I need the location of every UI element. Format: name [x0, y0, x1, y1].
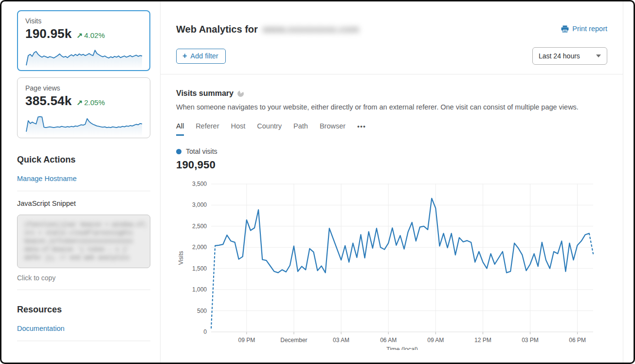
time-range-value: Last 24 hours	[539, 52, 580, 60]
svg-text:3,000: 3,000	[192, 201, 207, 208]
tab-path[interactable]: Path	[293, 122, 308, 136]
visits-line-chart: 05001,0001,5002,0002,5003,0003,50009 PMD…	[176, 179, 607, 352]
chart-legend: Total visits	[176, 147, 607, 155]
metric-card-visits[interactable]: Visits190.95k↗4.02%	[17, 10, 150, 71]
sparkline-chart	[25, 43, 143, 70]
main-panel: Web Analytics for www.xxxxxxxxx.com Prin…	[160, 1, 623, 364]
manage-hostname-link[interactable]: Manage Hostname	[17, 175, 77, 182]
tab-more-options[interactable]: •••	[357, 123, 366, 136]
page-title-text: Web Analytics for	[176, 24, 258, 35]
print-report-label: Print report	[572, 25, 607, 33]
sparkline-chart	[25, 110, 143, 137]
add-filter-button[interactable]: + Add filter	[176, 49, 226, 64]
metric-delta: ↗2.05%	[76, 98, 105, 107]
trend-up-icon: ↗	[76, 31, 83, 39]
svg-text:Visits: Visits	[178, 251, 184, 265]
divider	[17, 191, 150, 191]
time-range-select[interactable]: Last 24 hours	[532, 47, 607, 65]
metric-card-list: Visits190.95k↗4.02%Page views385.54k↗2.0…	[17, 10, 150, 138]
svg-text:Time (local): Time (local)	[386, 346, 418, 350]
metric-value: 385.54k	[25, 93, 72, 109]
tab-all[interactable]: All	[176, 122, 184, 136]
sidebar: Visits190.95k↗4.02%Page views385.54k↗2.0…	[17, 10, 150, 341]
svg-text:1,500: 1,500	[192, 265, 207, 272]
visits-summary-description: When someone navigates to your website, …	[176, 103, 607, 111]
redacted-code-line: src = static.cloudflareinsights	[24, 229, 143, 237]
svg-text:03 PM: 03 PM	[522, 337, 539, 344]
pie-chart-icon	[237, 91, 244, 97]
redacted-code-line: defer }); // end web analytics	[24, 254, 143, 262]
metric-value: 190.95k	[25, 26, 72, 41]
printer-icon	[561, 25, 569, 33]
line-chart-svg: 05001,0001,5002,0002,5003,0003,50009 PMD…	[176, 179, 607, 350]
javascript-snippet-box[interactable]: (function(){var beacon = window.cf; src …	[17, 215, 150, 268]
svg-text:09 PM: 09 PM	[238, 337, 255, 344]
metric-label: Page views	[25, 84, 142, 92]
quick-actions-heading: Quick Actions	[17, 155, 150, 165]
legend-dot-icon	[176, 149, 181, 154]
trend-up-icon: ↗	[76, 98, 83, 107]
click-to-copy-hint: Click to copy	[17, 274, 150, 282]
svg-text:12 PM: 12 PM	[474, 337, 491, 344]
javascript-snippet-label: JavaScript Snippet	[17, 200, 150, 207]
svg-text:0: 0	[203, 328, 207, 335]
legend-label: Total visits	[186, 147, 218, 155]
resources-heading: Resources	[17, 305, 150, 315]
summary-tabs: AllRefererHostCountryPathBrowser•••	[176, 122, 607, 136]
svg-text:06 PM: 06 PM	[569, 337, 586, 344]
tab-browser[interactable]: Browser	[320, 122, 345, 136]
svg-text:500: 500	[197, 308, 207, 314]
svg-text:December: December	[280, 337, 307, 344]
documentation-link[interactable]: Documentation	[17, 325, 65, 332]
svg-text:09 AM: 09 AM	[427, 337, 444, 344]
metric-card-page-views[interactable]: Page views385.54k↗2.05%	[17, 77, 150, 138]
divider	[17, 290, 150, 290]
tab-host[interactable]: Host	[231, 122, 245, 136]
redacted-code-line: data-cf-beacon '{ token : x }'	[24, 246, 143, 254]
svg-text:2,500: 2,500	[192, 223, 207, 230]
svg-text:1,000: 1,000	[192, 286, 207, 293]
page-title: Web Analytics for www.xxxxxxxxx.com	[176, 24, 359, 35]
redacted-code-line: (function(){var beacon = window.cf;	[24, 221, 143, 229]
metric-label: Visits	[25, 17, 142, 25]
tab-country[interactable]: Country	[257, 122, 282, 136]
visits-summary-title: Visits summary	[176, 89, 234, 98]
plus-icon: +	[182, 52, 187, 60]
svg-text:2,000: 2,000	[192, 244, 207, 251]
add-filter-label: Add filter	[190, 52, 218, 60]
redacted-domain: www.xxxxxxxxx.com	[263, 24, 359, 35]
svg-text:06 AM: 06 AM	[380, 337, 397, 344]
divider	[161, 74, 623, 74]
chevron-down-icon	[596, 55, 601, 57]
print-report-button[interactable]: Print report	[561, 25, 607, 33]
app-window: Visits190.95k↗4.02%Page views385.54k↗2.0…	[0, 0, 635, 364]
metric-delta: ↗4.02%	[76, 31, 105, 40]
svg-text:3,500: 3,500	[192, 181, 207, 187]
total-visits-value: 190,950	[176, 159, 607, 171]
divider	[17, 341, 150, 341]
tab-referer[interactable]: Referer	[196, 122, 219, 136]
svg-text:03 AM: 03 AM	[333, 337, 349, 344]
redacted-code-line: beacon.js?token=xxxxxxxxxxxxxxx	[24, 237, 143, 246]
